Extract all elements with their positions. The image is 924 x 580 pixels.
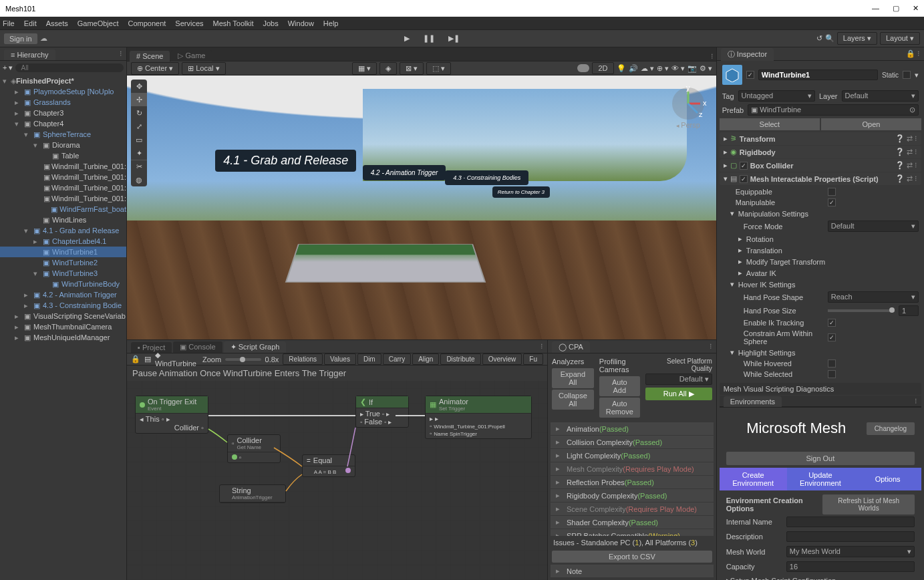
- while-selected-checkbox[interactable]: [828, 370, 836, 378]
- inspector-lock-icon[interactable]: 🔒 ⁝: [906, 49, 920, 58]
- menu-gameobject[interactable]: GameObject: [78, 19, 119, 27]
- search-icon[interactable]: 🔍: [825, 34, 834, 43]
- hand-pose-size-slider[interactable]: [828, 309, 895, 312]
- undo-history-icon[interactable]: ↺: [816, 34, 822, 43]
- hierarchy-search[interactable]: [15, 63, 124, 72]
- hierarchy-item[interactable]: ▾▣Chapter4: [0, 118, 126, 129]
- internal-name-field[interactable]: [786, 517, 915, 527]
- boxcollider-component[interactable]: ▸ ▢ Box Collider❔ ⇄ ⁝: [720, 159, 921, 172]
- cpa-menu-icon[interactable]: ⁝: [710, 342, 712, 351]
- cpa-row[interactable]: ▸Mesh Complexity (Requires Play Mode): [551, 462, 714, 475]
- collapse-all-button[interactable]: Collapse All: [552, 390, 594, 410]
- cpa-row[interactable]: ▸SRP Batcher Compatible (Warning): [551, 529, 714, 536]
- close-button[interactable]: ✕: [913, 4, 919, 13]
- run-all-button[interactable]: Run All ▶: [645, 388, 712, 400]
- menu-edit[interactable]: Edit: [24, 19, 37, 27]
- hierarchy-item[interactable]: ▸▣MeshUniqueIdManager: [0, 332, 126, 343]
- menu-assets[interactable]: Assets: [46, 19, 68, 27]
- prefab-open-button[interactable]: Open: [821, 118, 921, 130]
- panel-lock-icon[interactable]: ⁝: [120, 49, 122, 58]
- audio-icon[interactable]: 🔊: [629, 64, 638, 73]
- mip-component[interactable]: ▾ ▤ Mesh Interactable Properties (Script…: [720, 172, 921, 185]
- graph-tb-fu[interactable]: Fu: [523, 353, 543, 365]
- node-get-name[interactable]: ▫ColliderGet Name ▫: [227, 434, 281, 463]
- graph-tb-carry[interactable]: Carry: [383, 353, 411, 365]
- snap-icon[interactable]: ◈: [379, 62, 397, 75]
- transform-tool[interactable]: ✦: [131, 146, 147, 160]
- hierarchy-item[interactable]: ▣WindLines: [0, 214, 126, 225]
- create-dropdown[interactable]: + ▾: [3, 63, 13, 72]
- hierarchy-item[interactable]: ▾▣WindTurbine3: [0, 268, 126, 279]
- graph-tb-relations[interactable]: Relations: [283, 353, 323, 365]
- cpa-row[interactable]: ▸Light Complexity (Passed): [551, 449, 714, 462]
- node-animator[interactable]: ▦AnimatorSet Trigger ▸ ▸◦ Windmill_Turbi…: [425, 396, 532, 439]
- while-hovered-checkbox[interactable]: [828, 359, 836, 368]
- options-tab[interactable]: Options: [854, 468, 921, 490]
- graph-tb-overview[interactable]: Overview: [482, 353, 522, 365]
- environments-tab[interactable]: Environments: [724, 396, 782, 407]
- orientation-gizmo[interactable]: xyz ◂ Persp: [668, 84, 708, 124]
- update-env-tab[interactable]: Update Environment: [787, 468, 855, 490]
- hierarchy-item[interactable]: ▣WindTurbine1: [0, 247, 126, 257]
- hierarchy-item[interactable]: ▣Windmill_Turbine_001:: [0, 182, 126, 193]
- step-button[interactable]: ▶❚: [443, 34, 465, 43]
- prefab-select-button[interactable]: Select: [720, 118, 820, 130]
- hierarchy-item[interactable]: ▣Windmill_Turbine_001:: [0, 161, 126, 172]
- project-tab[interactable]: ▪ Project: [131, 342, 172, 353]
- graph-tb-align[interactable]: Align: [412, 353, 439, 365]
- graph-tb-values[interactable]: Values: [324, 353, 356, 365]
- custom-tool-1[interactable]: ✂: [131, 160, 147, 173]
- node-equal[interactable]: = Equal A A = B B: [302, 454, 355, 477]
- graph-tb-distribute[interactable]: Distribute: [440, 353, 480, 365]
- layout-dropdown[interactable]: Layout ▾: [880, 32, 920, 45]
- snap3-icon[interactable]: ⬚ ▾: [426, 62, 451, 75]
- node-string[interactable]: StringAnimationTrigger: [219, 484, 286, 503]
- menu-help[interactable]: Help: [323, 19, 339, 27]
- script-graph-canvas[interactable]: On Trigger ExitEvent ◂ This ◦ ▸Collider …: [127, 381, 547, 580]
- maximize-button[interactable]: ▢: [893, 4, 899, 13]
- scene-menu-icon[interactable]: ⁝: [711, 52, 714, 61]
- view-tool[interactable]: ✥: [131, 80, 147, 93]
- constrain-arm-checkbox[interactable]: [828, 333, 836, 341]
- cpa-row[interactable]: ▸Animation (Passed): [551, 422, 714, 435]
- gameobject-name-field[interactable]: [758, 69, 878, 80]
- prefab-field[interactable]: ▣ WindTurbine ⊙: [748, 104, 919, 116]
- layer-dropdown[interactable]: Default ▾: [842, 90, 919, 102]
- zoom-slider[interactable]: [225, 358, 261, 361]
- transform-component[interactable]: ▸ ⚞ Transform❔ ⇄ ⁝: [720, 132, 921, 145]
- cpa-row[interactable]: ▸Scene Complexity (Requires Play Mode): [551, 502, 714, 515]
- light-icon[interactable]: 💡: [617, 64, 626, 73]
- static-checkbox[interactable]: [903, 71, 911, 79]
- cpa-note-row[interactable]: ▸Note: [551, 565, 714, 577]
- gameobject-active-checkbox[interactable]: [746, 71, 754, 79]
- menu-mesh-toolkit[interactable]: Mesh Toolkit: [213, 19, 254, 27]
- snap2-icon[interactable]: ⊠ ▾: [400, 62, 424, 75]
- menu-file[interactable]: File: [3, 19, 15, 27]
- gizmos-dropdown[interactable]: ⚙ ▾: [700, 64, 712, 73]
- cpa-row[interactable]: ▸Shader Complexity (Passed): [551, 516, 714, 529]
- auto-remove-button[interactable]: Auto Remove: [599, 398, 640, 418]
- tag-dropdown[interactable]: Untagged ▾: [738, 90, 815, 102]
- manipulable-checkbox[interactable]: [828, 198, 836, 206]
- pivot-dropdown[interactable]: ⊕ Center ▾: [131, 62, 179, 75]
- quality-dropdown[interactable]: Default ▾: [645, 374, 712, 385]
- hierarchy-item[interactable]: ▸▣Grasslands: [0, 97, 126, 108]
- hierarchy-item[interactable]: ▸▣Chapter3: [0, 108, 126, 118]
- auto-add-button[interactable]: Auto Add: [599, 376, 640, 396]
- node-on-trigger-exit[interactable]: On Trigger ExitEvent ◂ This ◦ ▸Collider …: [135, 396, 208, 434]
- hierarchy-item[interactable]: ▸▣ChapterLabel4.1: [0, 236, 126, 247]
- force-mode-dropdown[interactable]: Default▾: [828, 221, 919, 232]
- refresh-mesh-worlds-button[interactable]: Refresh List of Mesh Worlds: [822, 494, 915, 515]
- expand-all-button[interactable]: Expand All: [552, 368, 594, 388]
- graph-menu-icon[interactable]: ⁝: [541, 342, 543, 351]
- hierarchy-item[interactable]: ▾▣4.1 - Grab and Release: [0, 225, 126, 236]
- sign-out-button[interactable]: Sign Out: [726, 452, 915, 465]
- game-tab[interactable]: ▷ Game: [171, 50, 212, 61]
- grid-icon[interactable]: ▦ ▾: [352, 62, 377, 75]
- inspector-tab[interactable]: ⓘ Inspector: [721, 48, 774, 61]
- sign-in-button[interactable]: Sign in: [4, 33, 37, 44]
- camera-icon[interactable]: 📷: [687, 64, 697, 73]
- hierarchy-item[interactable]: ▣Windmill_Turbine_001:: [0, 193, 126, 204]
- menu-component[interactable]: Component: [128, 19, 166, 27]
- create-env-tab[interactable]: Create Environment: [720, 468, 787, 490]
